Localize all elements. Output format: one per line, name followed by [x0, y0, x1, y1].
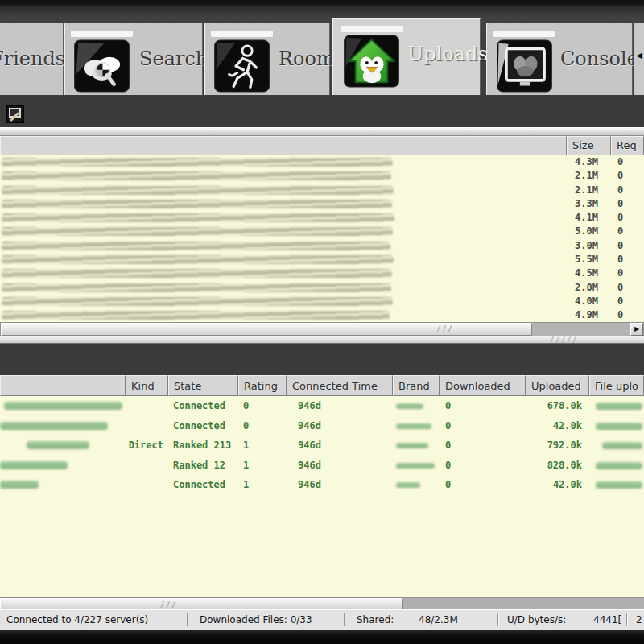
uploads-horizontal-scrollbar[interactable]: /// — [0, 597, 644, 609]
tab-bar: Friends Search — [0, 0, 644, 95]
column-header-name[interactable] — [0, 136, 567, 155]
column-header-brand[interactable]: Brand — [393, 375, 440, 396]
file-row[interactable]: 4.3M0 — [0, 155, 644, 169]
file-requests: 0 — [611, 266, 644, 280]
upload-state: Connected — [168, 475, 225, 495]
censored-filename — [2, 283, 391, 292]
censored-username — [0, 422, 108, 430]
scrollbar-thumb[interactable]: /// — [0, 598, 402, 609]
upload-downloaded: 0 — [440, 416, 451, 436]
tab-indicator — [493, 31, 555, 37]
column-header-size[interactable]: Size — [567, 136, 611, 155]
tab-scroll-left-button[interactable]: ◀ — [634, 23, 644, 95]
upload-connected-time: 946d — [287, 416, 321, 436]
censored-brand — [396, 463, 435, 469]
file-row[interactable]: 5.5M0 — [0, 253, 644, 266]
censored-filename — [2, 255, 394, 264]
status-shared-value: 48/2.3M — [419, 614, 458, 625]
file-row[interactable]: 3.0M0 — [0, 239, 644, 253]
files-horizontal-scrollbar[interactable]: /// ▶ — [0, 322, 644, 336]
tab-indicator — [341, 26, 402, 32]
file-row[interactable]: 2.1M0 — [0, 169, 644, 183]
uploads-table: Connected0946d0678.0kConnected0946d042.0… — [0, 396, 644, 597]
chevron-left-icon: ◀ — [636, 51, 642, 60]
upload-uploaded: 678.0k — [526, 396, 589, 416]
status-divider — [344, 613, 345, 626]
censored-filename — [2, 171, 391, 180]
censored-username — [4, 402, 122, 410]
upload-row[interactable]: Connected0946d0678.0k — [0, 396, 644, 416]
censored-filename — [2, 227, 393, 236]
splitter-grip: ///// — [550, 335, 578, 344]
tab-label: Friends — [0, 47, 65, 70]
column-header-downloaded[interactable]: Downloaded — [440, 375, 526, 396]
file-size: 3.3M — [567, 197, 611, 211]
upload-connected-time: 946d — [287, 396, 321, 416]
upload-rating: 1 — [238, 436, 249, 456]
censored-brand — [396, 482, 420, 488]
file-row[interactable]: 4.1M0 — [0, 211, 644, 225]
column-header-file-uplo[interactable]: File uplo — [589, 375, 644, 396]
upload-connected-time: 946d — [287, 436, 321, 456]
upload-state: Connected — [168, 416, 225, 436]
tab-friends[interactable]: Friends — [0, 23, 64, 95]
column-header-req[interactable]: Req — [611, 136, 644, 155]
console-icon — [493, 39, 555, 93]
censored-filename — [2, 297, 393, 306]
column-header-uploaded[interactable]: Uploaded — [526, 375, 589, 396]
files-table-header: SizeReq — [0, 136, 644, 155]
file-requests: 0 — [611, 197, 644, 211]
tab-uploads[interactable]: Uploads — [332, 18, 481, 95]
censored-username — [0, 461, 68, 469]
scrollbar-thumb[interactable]: /// — [1, 323, 532, 336]
upload-row[interactable]: Connected0946d042.0k — [0, 416, 644, 436]
censored-username — [0, 481, 39, 489]
scrollbar-grip: /// — [436, 324, 453, 333]
file-row[interactable]: 2.0M0 — [0, 281, 644, 295]
status-ud-label: U/D bytes/s: — [507, 614, 566, 625]
upload-row[interactable]: Connected1946d042.0k — [0, 475, 644, 495]
column-header-state[interactable]: State — [168, 375, 238, 396]
upload-uploaded: 792.0k — [526, 436, 589, 456]
status-ud-value: 4441[ — [593, 614, 621, 625]
upload-state: Ranked 12 — [168, 456, 225, 476]
upload-connected-time: 946d — [287, 456, 321, 476]
upload-rating: 1 — [238, 475, 249, 495]
file-row[interactable]: 4.5M0 — [0, 266, 644, 280]
uploads-table-header: KindStateRatingConnected TimeBrandDownlo… — [0, 375, 644, 396]
scroll-right-button[interactable]: ▶ — [630, 323, 643, 336]
upload-downloaded: 0 — [440, 436, 451, 456]
censored-brand — [396, 423, 431, 429]
file-requests: 0 — [611, 184, 644, 197]
upload-downloaded: 0 — [440, 396, 451, 416]
files-table: 4.3M02.1M02.1M03.3M04.1M05.0M03.0M05.5M0… — [0, 155, 644, 322]
column-header-name[interactable] — [0, 375, 126, 396]
upload-uploaded: 42.0k — [526, 416, 589, 436]
detach-window-button[interactable] — [6, 105, 24, 123]
status-divider — [187, 613, 188, 626]
file-requests: 0 — [611, 295, 644, 308]
upload-row[interactable]: Ranked 121946d0828.0k — [0, 456, 644, 476]
pane-splitter[interactable]: ///// — [0, 336, 644, 344]
column-header-rating[interactable]: Rating — [238, 375, 287, 396]
file-row[interactable]: 5.0M0 — [0, 225, 644, 238]
window-bottom-frame — [0, 630, 644, 644]
file-size: 4.5M — [567, 266, 611, 280]
tab-label: Console — [560, 47, 638, 70]
uploads-icon — [341, 35, 402, 88]
censored-file-upload — [596, 423, 642, 430]
file-row[interactable]: 4.0M0 — [0, 295, 644, 308]
tab-console[interactable]: Console — [486, 23, 633, 95]
censored-file-upload — [596, 481, 642, 489]
file-row[interactable]: 4.9M0 — [0, 308, 644, 322]
tab-rooms[interactable]: Rooms — [204, 23, 330, 95]
app-window: Friends Search — [0, 0, 644, 644]
file-row[interactable]: 2.1M0 — [0, 184, 644, 197]
upload-row[interactable]: DirectRanked 2131946d0792.0k — [0, 436, 644, 456]
column-header-kind[interactable]: Kind — [126, 375, 168, 396]
tab-search[interactable]: Search — [64, 23, 203, 95]
column-header-connected-time[interactable]: Connected Time — [287, 375, 393, 396]
file-row[interactable]: 3.3M0 — [0, 197, 644, 211]
file-size: 4.0M — [567, 295, 611, 308]
file-size: 5.0M — [567, 225, 611, 238]
